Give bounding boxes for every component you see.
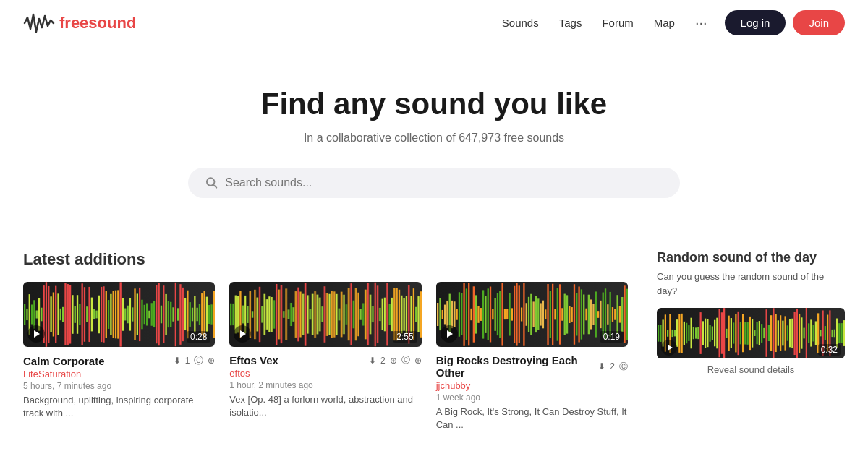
svg-line-1 — [213, 184, 216, 187]
nav-sounds[interactable]: Sounds — [502, 17, 539, 29]
nav-more[interactable]: ··· — [695, 14, 707, 31]
random-waveform-canvas — [657, 308, 845, 358]
sound-icons-0: ⬇ 1 Ⓒ ⊕ — [174, 354, 216, 367]
logo[interactable]: freesound — [23, 10, 136, 36]
latest-title: Latest additions — [23, 250, 628, 269]
navbar: freesound Sounds Tags Forum Map ··· Log … — [0, 0, 868, 46]
sound-name-1[interactable]: Eftos Vex — [229, 354, 278, 366]
sound-icons-1: ⬇ 2 ⊕ Ⓒ ⊕ — [369, 354, 422, 366]
download-count-1: 2 — [380, 356, 386, 366]
download-icon-0: ⬇ — [174, 356, 181, 366]
latest-section: Latest additions 0:28 Calm Corporate ⬇ 1… — [23, 250, 628, 431]
nav-forum[interactable]: Forum — [602, 17, 633, 29]
sidebar: Random sound of the day Can you guess th… — [657, 250, 845, 431]
cc-icon-1: Ⓒ — [401, 354, 410, 366]
waveform-1[interactable]: 2:55 — [229, 282, 421, 347]
sound-card-1: 2:55 Eftos Vex ⬇ 2 ⊕ Ⓒ ⊕ eftos 1 hour, 2… — [229, 282, 421, 431]
nav-links: Sounds Tags Forum Map ··· — [502, 14, 707, 31]
sound-name-2[interactable]: Big Rocks Destroying Each Other — [436, 354, 599, 379]
search-input[interactable] — [225, 176, 663, 189]
duration-1: 2:55 — [393, 331, 417, 343]
sound-desc-0: Background, uplifting, inspiring corpora… — [23, 394, 215, 420]
logo-icon — [23, 10, 55, 36]
sound-cards: 0:28 Calm Corporate ⬇ 1 Ⓒ ⊕ LiteSaturati… — [23, 282, 628, 431]
sound-meta-2: Big Rocks Destroying Each Other ⬇ 2 Ⓒ — [436, 354, 628, 379]
random-waveform[interactable]: 0:32 — [657, 308, 845, 358]
search-bar[interactable] — [188, 168, 680, 198]
sound-meta-0: Calm Corporate ⬇ 1 Ⓒ ⊕ — [23, 354, 215, 367]
sound-author-1[interactable]: eftos — [229, 368, 421, 379]
download-icon-2: ⬇ — [598, 361, 605, 371]
share-icon-0: ⊕ — [208, 356, 215, 366]
sound-desc-1: Vex [Op. 48] a forlorn world, abstractio… — [229, 393, 421, 419]
hero-section: Find any sound you like In a collaborati… — [0, 46, 868, 227]
sound-card-0: 0:28 Calm Corporate ⬇ 1 Ⓒ ⊕ LiteSaturati… — [23, 282, 215, 431]
nav-map[interactable]: Map — [654, 17, 675, 29]
play-button-0[interactable] — [27, 325, 45, 343]
download-count-0: 1 — [185, 356, 190, 366]
waveform-2[interactable]: 0:19 — [436, 282, 628, 347]
sound-time-0: 5 hours, 7 minutes ago — [23, 381, 215, 391]
download-icon-1: ⬇ — [369, 356, 376, 366]
random-duration: 0:32 — [818, 344, 841, 356]
play-button-2[interactable] — [441, 325, 458, 343]
cc-icon-2: Ⓒ — [619, 361, 628, 373]
sound-author-2[interactable]: jjchubby — [436, 380, 628, 391]
sound-time-1: 1 hour, 2 minutes ago — [229, 380, 421, 390]
duration-0: 0:28 — [187, 331, 210, 343]
waveform-0[interactable]: 0:28 — [23, 282, 215, 347]
reveal-link[interactable]: Reveal sound details — [657, 364, 845, 375]
random-play-button[interactable] — [661, 340, 677, 356]
hero-subtitle: In a collaborative collection of 647,973… — [14, 132, 854, 145]
stack-icon-1: ⊕ — [390, 356, 397, 366]
search-icon — [205, 176, 218, 189]
sound-icons-2: ⬇ 2 Ⓒ — [598, 361, 628, 373]
download-count-2: 2 — [610, 361, 615, 371]
sound-card-2: 0:19 Big Rocks Destroying Each Other ⬇ 2… — [436, 282, 628, 431]
login-button[interactable]: Log in — [725, 10, 786, 35]
main-content: Latest additions 0:28 Calm Corporate ⬇ 1… — [0, 227, 868, 431]
sound-time-2: 1 week ago — [436, 392, 628, 403]
sound-author-0[interactable]: LiteSaturation — [23, 369, 215, 379]
sound-name-0[interactable]: Calm Corporate — [23, 355, 105, 367]
sound-meta-1: Eftos Vex ⬇ 2 ⊕ Ⓒ ⊕ — [229, 354, 421, 366]
nav-tags[interactable]: Tags — [559, 17, 582, 29]
share-icon-1: ⊕ — [414, 356, 422, 366]
sound-desc-2: A Big Rock, It's Strong, It Can Destroy … — [436, 405, 628, 431]
random-sound-subtitle: Can you guess the random sound of the da… — [657, 270, 845, 298]
cc-icon-0: Ⓒ — [194, 354, 203, 367]
logo-text: freesound — [59, 14, 136, 33]
duration-2: 0:19 — [600, 331, 624, 343]
join-button[interactable]: Join — [793, 10, 845, 35]
hero-title: Find any sound you like — [14, 87, 854, 121]
random-sound-title: Random sound of the day — [657, 250, 845, 265]
